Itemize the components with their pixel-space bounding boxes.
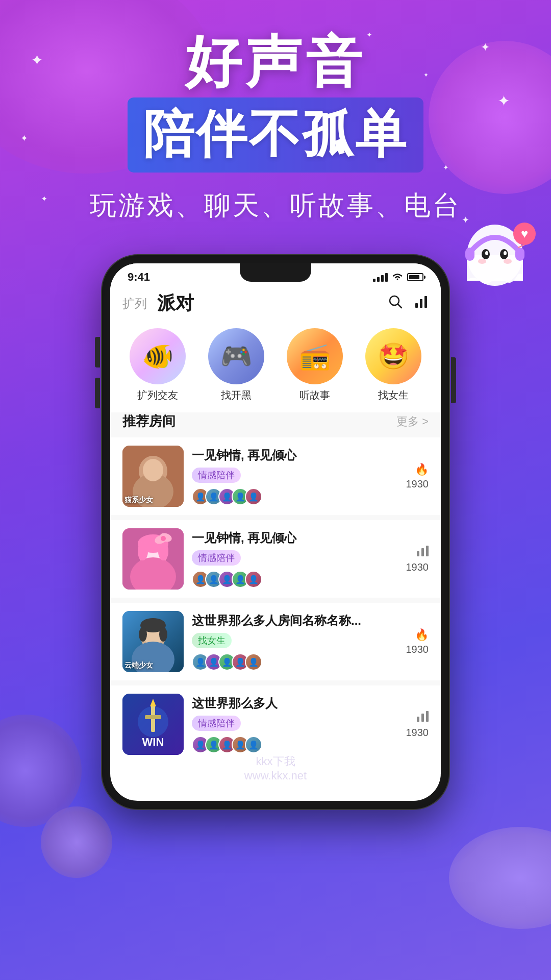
room-tag-4: 情感陪伴	[192, 716, 241, 731]
heat-count-4: 1930	[406, 727, 429, 739]
category-circle-story: 📻	[287, 328, 343, 384]
svg-point-6	[478, 259, 486, 264]
heat-count-3: 1930	[406, 644, 429, 655]
expand-label[interactable]: 扩列	[122, 296, 147, 312]
room-heat-1: 🔥 1930	[406, 463, 429, 490]
room-avatars-4: 👤 👤 👤 👤 👤	[192, 736, 398, 753]
phone-screen: 9:41 扩列	[110, 263, 441, 801]
svg-point-5	[504, 251, 507, 255]
svg-text:WIN: WIN	[142, 736, 164, 748]
svg-rect-32	[417, 551, 419, 556]
app-navigation[interactable]: 扩列 派对	[110, 286, 441, 323]
room-thumb-label-1: 猫系少女	[124, 496, 182, 505]
category-label-girl: 找女生	[378, 388, 409, 402]
avatar-3-5: 👤	[245, 653, 262, 671]
svg-rect-17	[424, 296, 427, 308]
room-item-2[interactable]: 一见钟情, 再见倾心 情感陪伴 👤 👤 👤 👤 👤	[110, 520, 441, 598]
room-heat-2: 1930	[406, 545, 429, 573]
category-item-expand[interactable]: 🐠 扩列交友	[118, 328, 197, 402]
svg-point-21	[143, 459, 163, 481]
status-time: 9:41	[128, 271, 150, 284]
svg-point-31	[161, 536, 166, 541]
recommend-title: 推荐房间	[122, 412, 176, 430]
room-thumbnail-4: WIN	[122, 694, 184, 755]
room-info-4: 这世界那么多人 情感陪伴 👤 👤 👤 👤 👤	[192, 695, 398, 753]
category-item-girl[interactable]: 🤩 找女生	[354, 328, 433, 402]
svg-rect-45	[145, 715, 161, 719]
room-heat-4: 1930	[406, 710, 429, 739]
category-label-game: 找开黑	[221, 388, 252, 402]
svg-point-27	[138, 542, 148, 560]
svg-rect-34	[426, 546, 429, 556]
category-label-expand: 扩列交友	[137, 388, 178, 402]
room-name-3: 这世界那么多人房间名称名称...	[192, 612, 398, 629]
svg-point-41	[159, 627, 167, 642]
svg-line-14	[398, 304, 402, 308]
room-tag-3: 找女生	[192, 633, 232, 648]
svg-rect-48	[417, 717, 419, 722]
category-item-game[interactable]: 🎮 找开黑	[197, 328, 276, 402]
phone-notch	[240, 263, 311, 282]
room-item-1[interactable]: 猫系少女 一见钟情, 再见倾心 情感陪伴 👤 👤 👤 👤 👤	[110, 437, 441, 515]
room-avatars-1: 👤 👤 👤 👤 👤	[192, 488, 398, 505]
heat-count-2: 1930	[406, 561, 429, 573]
svg-rect-8	[465, 248, 474, 261]
category-item-story[interactable]: 📻 听故事	[276, 328, 354, 402]
phone-device: 9:41 扩列	[102, 255, 449, 809]
search-icon[interactable]	[388, 294, 403, 313]
bar-icon-2	[416, 545, 429, 559]
bg-blob-bottom-right	[449, 827, 551, 929]
room-tag-2: 情感陪伴	[192, 550, 241, 566]
bar-icon-4	[416, 710, 429, 725]
recommend-header: 推荐房间 更多 >	[110, 412, 441, 437]
room-thumb-inner-4: WIN	[122, 694, 184, 755]
signal-icon	[373, 273, 388, 282]
wifi-icon	[392, 272, 403, 283]
room-avatars-2: 👤 👤 👤 👤 👤	[192, 571, 398, 588]
category-circle-expand: 🐠	[130, 328, 186, 384]
nav-icons-group	[388, 294, 429, 313]
room-avatars-3: 👤 👤 👤 👤 👤	[192, 653, 398, 671]
avatar-1-5: 👤	[245, 488, 262, 505]
more-button[interactable]: 更多 >	[396, 414, 429, 429]
stats-icon[interactable]	[413, 294, 429, 313]
svg-point-4	[485, 251, 488, 255]
fire-icon-3: 🔥	[415, 628, 429, 642]
room-thumbnail-1: 猫系少女	[122, 446, 184, 507]
svg-point-28	[158, 542, 168, 560]
categories-section: 🐠 扩列交友 🎮 找开黑 📻 听故事 🤩 找女生	[110, 323, 441, 412]
room-info-3: 这世界那么多人房间名称名称... 找女生 👤 👤 👤 👤 👤	[192, 612, 398, 671]
room-thumbnail-2	[122, 528, 184, 590]
signal-bar-1	[373, 279, 375, 282]
avatar-2-5: 👤	[245, 571, 262, 588]
category-label-story: 听故事	[299, 388, 330, 402]
svg-rect-1	[467, 255, 523, 281]
room-name-1: 一见钟情, 再见倾心	[192, 447, 398, 463]
hero-title-line1: 好声音	[0, 31, 551, 92]
svg-rect-15	[415, 303, 418, 308]
mascot-character: ♥	[454, 214, 536, 296]
room-thumb-label-3: 云端少女	[124, 661, 182, 670]
avatar-4-5: 👤	[245, 736, 262, 753]
hero-title-line2: 陪伴不孤单	[143, 101, 408, 169]
svg-rect-9	[515, 248, 524, 261]
svg-text:♥: ♥	[521, 227, 528, 240]
room-thumbnail-3: 云端少女	[122, 611, 184, 672]
svg-rect-50	[426, 711, 429, 722]
room-name-2: 一见钟情, 再见倾心	[192, 530, 398, 546]
signal-bar-2	[377, 277, 380, 282]
heat-count-1: 1930	[406, 478, 429, 490]
nav-title: 派对	[157, 291, 194, 316]
room-info-2: 一见钟情, 再见倾心 情感陪伴 👤 👤 👤 👤 👤	[192, 530, 398, 588]
fire-icon-1: 🔥	[415, 463, 429, 476]
room-tag-1: 情感陪伴	[192, 468, 241, 483]
svg-rect-49	[421, 714, 424, 722]
category-circle-girl: 🤩	[365, 328, 421, 384]
room-item-3[interactable]: 云端少女 这世界那么多人房间名称名称... 找女生 👤 👤 👤 👤 👤	[110, 603, 441, 680]
phone-outer-frame: 9:41 扩列	[102, 255, 449, 809]
hero-subtitle-banner: 陪伴不孤单	[128, 97, 423, 173]
room-list: 猫系少女 一见钟情, 再见倾心 情感陪伴 👤 👤 👤 👤 👤	[110, 437, 441, 763]
watermark-line2: www.kkx.net	[110, 769, 441, 782]
svg-point-40	[139, 627, 147, 642]
room-item-4[interactable]: WIN 这世界那么多人 情感陪伴 👤 👤 👤 👤 👤	[110, 685, 441, 763]
